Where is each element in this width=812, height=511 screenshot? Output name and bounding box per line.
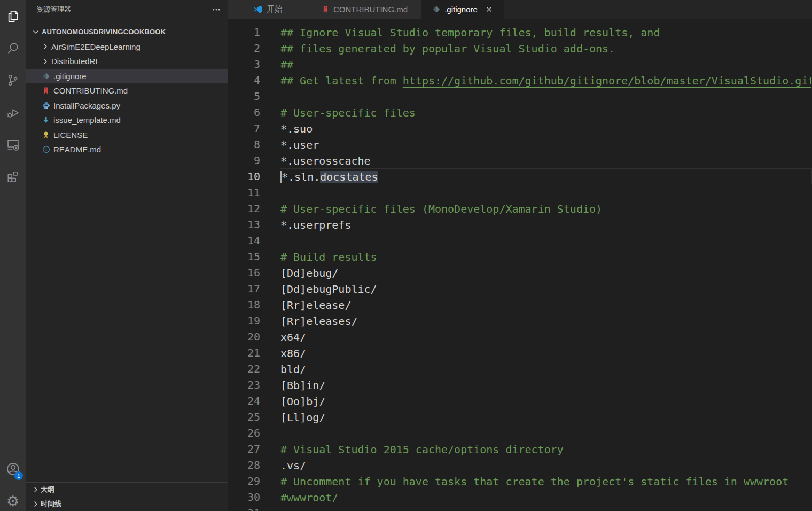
tree-item-contributing-md[interactable]: CONTRIBUTING.md: [26, 83, 228, 98]
tree-item-issue-template-md[interactable]: issue_template.md: [26, 113, 228, 128]
tab-bar: 开始CONTRIBUTING.md.gitignore: [228, 0, 812, 19]
code-line[interactable]: 16[Dd]ebug/: [228, 265, 812, 281]
tree-item-label: LICENSE: [52, 130, 88, 140]
code-line[interactable]: 28.vs/: [228, 457, 812, 473]
code-line[interactable]: 29# Uncomment if you have tasks that cre…: [228, 473, 812, 489]
activity-item-remote-explorer[interactable]: [0, 128, 26, 160]
tab--gitignore[interactable]: .gitignore: [421, 0, 504, 19]
code-line[interactable]: 27# Visual Studio 2015 cache/options dir…: [228, 441, 812, 457]
code-line[interactable]: 9*.userosscache: [228, 152, 812, 168]
code-line[interactable]: 4## Get latest from https://github.com/g…: [228, 72, 812, 88]
ellipsis-icon[interactable]: [212, 5, 221, 14]
code-link[interactable]: https://github.com/github/gitignore/blob…: [403, 74, 812, 87]
code-segment: *.sln.: [282, 171, 320, 183]
code-segment: ## files generated by popular Visual Stu…: [280, 42, 615, 55]
code-text: ## files generated by popular Visual Stu…: [280, 40, 812, 56]
tree-item-label: AUTONOMOUSDRIVINGCOOKBOOK: [41, 28, 166, 36]
code-line[interactable]: 25[Ll]og/: [228, 409, 812, 425]
code-line[interactable]: 17[Dd]ebugPublic/: [228, 281, 812, 297]
code-text: *.user: [280, 136, 812, 152]
activity-item-account[interactable]: 1: [0, 453, 26, 485]
code-line[interactable]: 8*.user: [228, 136, 812, 152]
code-text: *.suo: [280, 120, 812, 136]
tree-item-license[interactable]: LICENSE: [26, 128, 228, 143]
code-line[interactable]: 7*.suo: [228, 120, 812, 136]
code-line[interactable]: 21x86/: [228, 345, 812, 361]
tree-item--gitignore[interactable]: .gitignore: [26, 69, 228, 84]
code-line[interactable]: 11: [228, 184, 812, 200]
code-line[interactable]: 23[Bb]in/: [228, 377, 812, 393]
activity-item-explorer[interactable]: [0, 0, 26, 32]
code-editor[interactable]: 1## Ignore Visual Studio temporary files…: [228, 19, 812, 511]
code-text: # User-specific files (MonoDevelop/Xamar…: [280, 200, 812, 216]
code-line[interactable]: 18[Rr]elease/: [228, 297, 812, 313]
account-badge: 1: [14, 471, 23, 480]
line-number: 4: [228, 72, 260, 88]
python-icon: [41, 102, 51, 110]
vscode-logo-icon: [253, 5, 262, 14]
code-line[interactable]: 31: [228, 505, 812, 511]
sidebar-title: 资源管理器: [36, 5, 71, 14]
code-text: [Rr]elease/: [280, 297, 812, 313]
code-segment: [Bb]in/: [280, 379, 325, 392]
code-segment: [Rr]eleases/: [280, 315, 358, 328]
activity-item-run-debug[interactable]: [0, 96, 26, 128]
code-line[interactable]: 10*.sln.docstates: [228, 168, 812, 184]
code-line[interactable]: 24[Oo]bj/: [228, 393, 812, 409]
close-icon[interactable]: [485, 5, 493, 13]
line-number: 16: [228, 265, 260, 281]
code-line[interactable]: 15# Build results: [228, 249, 812, 265]
code-text: [Bb]in/: [280, 377, 812, 393]
activity-bar-bottom: 1⚙: [0, 453, 26, 511]
git-diamond-icon: [432, 5, 440, 13]
panel-header-outline[interactable]: 大纲: [26, 482, 228, 497]
tree-item-installpackages-py[interactable]: InstallPackages.py: [26, 98, 228, 113]
code-line[interactable]: 3##: [228, 56, 812, 72]
code-line[interactable]: 19[Rr]eleases/: [228, 313, 812, 329]
activity-item-search[interactable]: [0, 32, 26, 64]
panel-header-timeline[interactable]: 时间线: [26, 497, 228, 511]
tree-item-readme-md[interactable]: README.md: [26, 142, 228, 157]
code-text: ## Ignore Visual Studio temporary files,…: [280, 24, 812, 40]
code-line[interactable]: 5: [228, 88, 812, 104]
code-segment: *.suo: [280, 122, 313, 135]
tree-item-label: DistributedRL: [50, 57, 100, 66]
code-line[interactable]: 30#wwwroot/: [228, 489, 812, 505]
medal-yellow-icon: [41, 131, 51, 139]
code-segment: *.user: [280, 138, 319, 151]
line-number: 2: [228, 40, 260, 56]
code-text: [Dd]ebugPublic/: [280, 281, 812, 297]
activity-item-source-control[interactable]: [0, 64, 26, 96]
code-line[interactable]: 14: [228, 233, 812, 249]
activity-item-extensions[interactable]: [0, 160, 26, 192]
ribbon-red-icon: [322, 5, 329, 13]
tab-contributing-md[interactable]: CONTRIBUTING.md: [308, 0, 421, 19]
tree-item-label: issue_template.md: [52, 115, 121, 125]
tree-item-autonomousdrivingcookbook[interactable]: AUTONOMOUSDRIVINGCOOKBOOK: [26, 25, 228, 40]
tree-item-airsime2edeeplearning[interactable]: AirSimE2EDeepLearning: [26, 40, 228, 55]
activity-bar-top: [0, 0, 26, 192]
code-segment: ##: [280, 58, 293, 71]
code-text: [280, 88, 812, 104]
code-text: # User-specific files: [280, 104, 812, 120]
code-line[interactable]: 26: [228, 425, 812, 441]
code-segment: bld/: [280, 363, 306, 376]
code-line[interactable]: 12# User-specific files (MonoDevelop/Xam…: [228, 200, 812, 216]
code-segment: #wwwroot/: [280, 491, 338, 504]
tab-开始[interactable]: 开始: [228, 0, 308, 19]
file-tree: AUTONOMOUSDRIVINGCOOKBOOKAirSimE2EDeepLe…: [26, 25, 228, 157]
tree-item-distributedrl[interactable]: DistributedRL: [26, 54, 228, 69]
code-line[interactable]: 6# User-specific files: [228, 104, 812, 120]
code-line[interactable]: 22bld/: [228, 361, 812, 377]
line-number: 10: [228, 168, 260, 184]
activity-item-settings[interactable]: ⚙: [0, 485, 26, 511]
code-line[interactable]: 2## files generated by popular Visual St…: [228, 40, 812, 56]
git-diamond-icon: [41, 72, 51, 80]
code-text: # Uncomment if you have tasks that creat…: [280, 473, 812, 489]
editor-group: 开始CONTRIBUTING.md.gitignore 1## Ignore V…: [228, 0, 812, 511]
code-line[interactable]: 1## Ignore Visual Studio temporary files…: [228, 24, 812, 40]
code-text: [Dd]ebug/: [280, 265, 812, 281]
code-line[interactable]: 20x64/: [228, 329, 812, 345]
code-line[interactable]: 13*.userprefs: [228, 216, 812, 233]
explorer-sidebar: 资源管理器 AUTONOMOUSDRIVINGCOOKBOOKAirSimE2E…: [26, 0, 228, 511]
